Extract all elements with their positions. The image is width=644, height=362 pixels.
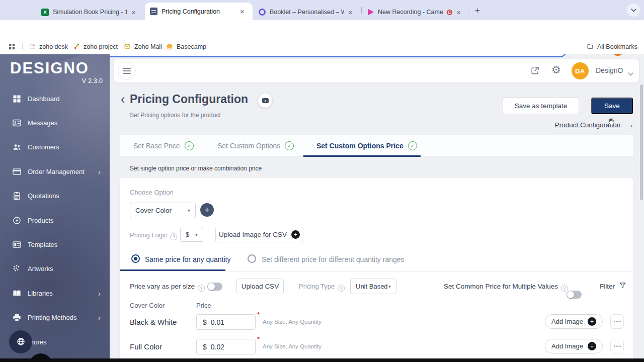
help-icon[interactable]: ?	[338, 285, 345, 292]
account-chevron-icon[interactable]	[628, 69, 633, 78]
pricing-type-label-text: Pricing Type	[299, 283, 335, 290]
printing-methods-icon	[12, 313, 22, 322]
help-icon[interactable]: ?	[561, 285, 568, 292]
app-header: ⚙ DA DesignO	[114, 59, 639, 82]
sidebar: DESIGNO V 2.3.0 Dashboard Messages Custo…	[0, 54, 110, 362]
bookmarks-divider	[22, 43, 23, 50]
sidebar-item-artworks[interactable]: Artworks	[0, 257, 110, 281]
tab-close-icon[interactable]: ×	[348, 9, 353, 16]
row-more-button[interactable]	[610, 314, 624, 329]
chevron-right-icon: ›	[98, 289, 101, 298]
bookmark-zoho-project[interactable]: zoho project	[73, 39, 118, 54]
hamburger-menu-icon[interactable]	[118, 62, 136, 80]
choose-option-label: Choose Option	[130, 189, 174, 196]
check-circle-icon: ✓	[285, 141, 294, 150]
bookmark-zoho-desk[interactable]: zoho desk	[29, 39, 68, 54]
upload-image-for-csv-label: Upload Image for CSV	[219, 231, 287, 238]
tab-close-icon[interactable]: ×	[131, 9, 136, 16]
sidebar-item-stores[interactable]: Stores	[0, 330, 110, 354]
browser-tab-booklet[interactable]: Booklet – Personalised – Wor ×	[254, 5, 360, 20]
filter-label[interactable]: Filter	[600, 283, 615, 290]
sidebar-item-products[interactable]: Products	[0, 208, 110, 232]
user-avatar[interactable]: DA	[572, 62, 589, 79]
sidebar-item-libraries[interactable]: Libraries ›	[0, 281, 110, 305]
save-as-template-button[interactable]: Save as template	[503, 98, 579, 114]
tab-separator	[468, 7, 468, 14]
sidebar-item-messages[interactable]: Messages	[0, 111, 110, 135]
add-image-button[interactable]: Add Image +	[545, 314, 603, 329]
radio-different-price-label[interactable]: Set different price for different quanti…	[262, 255, 405, 263]
price-vary-toggle[interactable]	[207, 283, 222, 291]
browser-tab-spreadsheet[interactable]: X Simulation Book Pricing - 1.xl ×	[36, 5, 144, 20]
add-option-button[interactable]: +	[200, 203, 214, 217]
price-input[interactable]	[211, 318, 241, 326]
row-name: Black & White	[130, 318, 177, 326]
steps-tabbar: Set Base Price ✓ Set Custom Options ✓ Se…	[120, 135, 633, 157]
recording-dot-icon	[447, 10, 452, 15]
tab-label: Set Custom Options	[217, 142, 280, 150]
choose-option-select[interactable]: Cover Color ▾	[130, 203, 196, 218]
save-button[interactable]: Save	[591, 98, 633, 114]
page-back-icon[interactable]: ‹	[121, 92, 125, 107]
tab-title: Pricing Configuration	[162, 8, 236, 15]
upload-image-for-csv-button[interactable]: Upload Image for CSV +	[215, 227, 303, 242]
price-input[interactable]	[211, 343, 241, 351]
tab-set-custom-options[interactable]: Set Custom Options ✓	[217, 135, 294, 156]
gear-icon[interactable]: ⚙	[551, 64, 561, 76]
account-name[interactable]: DesignO	[596, 66, 623, 74]
page-scrollbar[interactable]	[640, 84, 643, 200]
bookmark-basecamp[interactable]: Basecamp	[166, 39, 206, 54]
libraries-icon	[12, 289, 22, 298]
browser-tab-recording[interactable]: New Recording - Camera ×	[363, 5, 466, 20]
tab-set-base-price[interactable]: Set Base Price ✓	[133, 135, 194, 156]
active-tab-underline	[303, 155, 421, 157]
sidebar-item-dashboard[interactable]: Dashboard	[0, 86, 110, 111]
radio-same-price[interactable]	[131, 254, 140, 263]
radio-same-price-label[interactable]: Same price for any quantity	[145, 255, 230, 263]
price-field[interactable]: $	[196, 314, 256, 330]
stores-floating-circle[interactable]	[9, 330, 32, 353]
sidebar-item-order-management[interactable]: Order Management ›	[0, 159, 110, 184]
tab-set-custom-options-price[interactable]: Set Custom Options Price ✓	[316, 135, 417, 156]
pricing-logic-select[interactable]: $ ▾	[180, 227, 203, 242]
chevron-right-icon: ›	[98, 313, 101, 322]
price-vary-label: Price vary as per size?	[130, 283, 205, 292]
row-more-button[interactable]	[610, 339, 624, 353]
upload-csv-button[interactable]: Upload CSV	[236, 279, 284, 294]
video-help-icon[interactable]	[258, 94, 272, 108]
required-asterisk: *	[257, 311, 260, 318]
tab-close-icon[interactable]: ×	[456, 9, 461, 16]
tab-close-icon[interactable]: ×	[240, 8, 245, 15]
dashboard-icon	[12, 94, 22, 104]
row-note: Any Size, Any Quantity	[263, 343, 321, 349]
radio-different-price[interactable]	[248, 254, 256, 263]
external-link-icon[interactable]	[530, 66, 540, 77]
column-header-price: Price	[196, 302, 211, 309]
help-icon[interactable]: ?	[170, 233, 177, 240]
tab-label: Set Custom Options Price	[316, 142, 404, 150]
required-asterisk: *	[257, 335, 260, 343]
currency-symbol: $	[203, 318, 207, 326]
sidebar-item-customers[interactable]: Customers	[0, 135, 110, 159]
tab-title: Simulation Book Pricing - 1.xl	[53, 9, 127, 16]
tab-separator	[361, 7, 362, 14]
zoho-project-icon	[73, 43, 80, 50]
price-field[interactable]: $	[196, 339, 256, 354]
sidebar-item-label: Artworks	[28, 265, 53, 273]
filter-funnel-icon[interactable]	[619, 282, 626, 291]
apps-grid-icon[interactable]	[8, 43, 16, 52]
sidebar-item-templates[interactable]: Templates	[0, 232, 110, 256]
sidebar-item-printing-methods[interactable]: Printing Methods ›	[0, 306, 110, 330]
help-icon[interactable]: ?	[198, 285, 205, 292]
bookmark-zoho-mail[interactable]: Zoho Mail	[124, 39, 162, 54]
browser-tab-pricing-configuration[interactable]: Pricing Configuration ×	[145, 3, 253, 20]
sidebar-item-quotations[interactable]: Quotations	[0, 184, 110, 208]
all-bookmarks[interactable]: All Bookmarks	[587, 39, 637, 54]
tab-search-chevron-icon[interactable]	[627, 4, 640, 17]
sidebar-nav: Dashboard Messages Customers Order Manag…	[0, 86, 110, 354]
common-price-toggle[interactable]	[567, 291, 582, 299]
app-version: V 2.3.0	[59, 77, 103, 84]
new-tab-button[interactable]: +	[471, 4, 484, 17]
add-image-button[interactable]: Add Image +	[545, 339, 603, 353]
pricing-type-select[interactable]: Unit Based ▾	[350, 279, 396, 294]
